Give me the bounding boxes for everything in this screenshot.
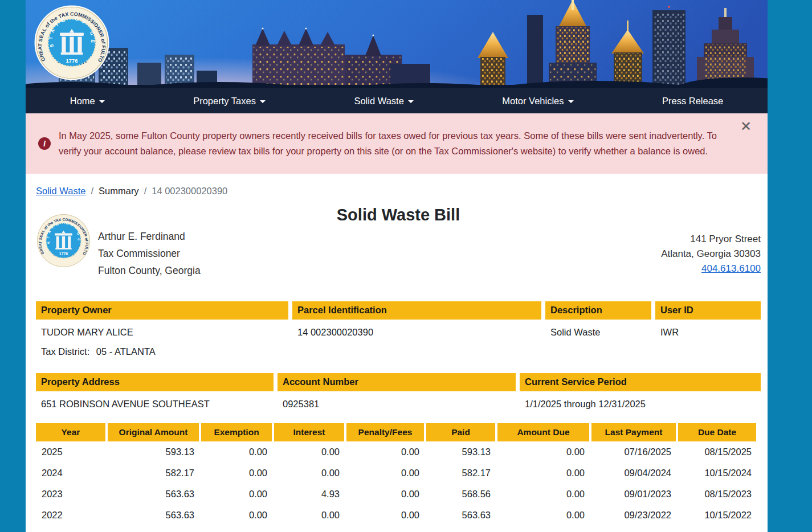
atlanta-skyline-banner (26, 0, 768, 88)
nav-item-home[interactable]: Home (64, 93, 111, 109)
cell-interest: 0.00 (274, 505, 344, 526)
column-header-penalty-fees: Penalty/Fees (346, 423, 424, 441)
cell-amount-due: 0.00 (497, 526, 589, 532)
dropdown-caret-icon (568, 100, 574, 103)
column-header-parcel-identification: Parcel Identification (292, 301, 541, 320)
cell-exemption: 0.00 (201, 441, 272, 463)
alert-message: In May 2025, some Fulton County property… (59, 128, 728, 159)
table-row: 2021 487.81 0.00 0.00 0.00 487.81 0.00 0… (36, 526, 756, 532)
billing-history-table: Year Original Amount Exemption Interest … (34, 423, 758, 532)
cell-year: 2024 (36, 463, 105, 484)
cell-interest: 4.93 (274, 484, 344, 505)
info-icon: i (38, 137, 51, 150)
cell-due-date: 08/15/2025 (678, 441, 756, 463)
cell-penalty-fees: 0.00 (346, 463, 424, 484)
fulton-county-seal-banner (34, 5, 109, 80)
column-header-original-amount: Original Amount (108, 423, 199, 441)
table-row: 2024 582.17 0.00 0.00 0.00 582.17 0.00 0… (36, 463, 756, 484)
cell-paid: 487.81 (426, 526, 495, 532)
account-number-value: 0925381 (278, 391, 516, 410)
column-header-property-address: Property Address (36, 373, 274, 391)
user-id-value: IWR (655, 320, 761, 338)
close-icon[interactable]: ✕ (737, 119, 755, 134)
cell-due-date: 10/15/2022 (678, 505, 756, 526)
office-address-block: 141 Pryor Street Atlanta, Georgia 30303 … (661, 232, 761, 276)
cell-last-payment: 09/23/2022 (591, 505, 676, 526)
cell-last-payment: 07/16/2025 (591, 441, 676, 463)
cell-exemption: 0.00 (201, 505, 272, 526)
nav-item-solid-waste[interactable]: Solid Waste (348, 93, 419, 109)
parcel-info-grid: Property Owner Parcel Identification Des… (36, 301, 761, 358)
nav-label: Property Taxes (193, 96, 256, 107)
cell-due-date: 10/15/2024 (678, 463, 756, 484)
parcel-id-value: 14 002300020390 (292, 320, 541, 338)
nav-label: Solid Waste (354, 96, 403, 107)
cell-amount-due: 0.00 (497, 441, 589, 463)
column-header-description: Description (545, 301, 651, 320)
tax-district-value: 05 - ATLANTA (96, 346, 156, 357)
main-navbar: Home Property Taxes Solid Waste Motor Ve… (26, 88, 768, 113)
breadcrumb: Solid Waste / Summary / 14 002300020390 (36, 186, 761, 197)
cell-original-amount: 582.17 (108, 463, 199, 484)
column-header-amount-due: Amount Due (497, 423, 589, 441)
cell-original-amount: 487.81 (108, 526, 199, 532)
nav-item-press-release[interactable]: Press Release (656, 93, 729, 109)
breadcrumb-summary: Summary (99, 186, 139, 197)
page-title: Solid Waste Bill (36, 206, 761, 224)
tax-bill-notice-alert: i In May 2025, some Fulton County proper… (26, 113, 768, 174)
cell-paid: 582.17 (426, 463, 495, 484)
column-header-current-service-period: Current Service Period (520, 373, 761, 391)
cell-paid: 563.63 (426, 505, 495, 526)
nav-item-motor-vehicles[interactable]: Motor Vehicles (496, 93, 579, 109)
cell-due-date: 08/15/2023 (678, 484, 756, 505)
page-card: Home Property Taxes Solid Waste Motor Ve… (26, 0, 768, 532)
column-header-interest: Interest (274, 423, 344, 441)
bill-header: Solid Waste Bill Arthur E. Ferdinand Tax… (36, 206, 761, 289)
cell-penalty-fees: 0.00 (346, 505, 424, 526)
cell-interest: 0.00 (274, 526, 344, 532)
commissioner-jurisdiction: Fulton County, Georgia (98, 262, 201, 279)
column-header-exemption: Exemption (201, 423, 272, 441)
service-period-value: 1/1/2025 through 12/31/2025 (520, 391, 761, 410)
cell-original-amount: 563.63 (108, 484, 199, 505)
nav-label: Press Release (662, 96, 723, 107)
breadcrumb-link-solid-waste[interactable]: Solid Waste (36, 186, 85, 197)
cell-due-date: 08/15/2021 (678, 526, 756, 532)
cell-year: 2022 (36, 505, 105, 526)
column-header-last-payment: Last Payment (591, 423, 676, 441)
cell-penalty-fees: 0.00 (346, 441, 424, 463)
cell-year: 2021 (36, 526, 105, 532)
nav-item-property-taxes[interactable]: Property Taxes (187, 93, 271, 109)
cell-original-amount: 593.13 (108, 441, 199, 463)
cell-penalty-fees: 0.00 (346, 526, 424, 532)
header-banner (26, 0, 768, 88)
cell-exemption: 0.00 (201, 463, 272, 484)
cell-last-payment: 09/01/2023 (591, 484, 676, 505)
cell-year: 2025 (36, 441, 105, 463)
cell-interest: 0.00 (274, 463, 344, 484)
cell-penalty-fees: 0.00 (346, 484, 424, 505)
column-header-property-owner: Property Owner (36, 301, 288, 320)
nav-label: Motor Vehicles (502, 96, 564, 107)
cell-year: 2023 (36, 484, 105, 505)
commissioner-name: Arthur E. Ferdinand (98, 228, 201, 245)
breadcrumb-parcel-id: 14 002300020390 (152, 186, 227, 197)
office-city: Atlanta, Georgia 30303 (661, 247, 761, 261)
property-owner-value: TUDOR MARY ALICE (36, 320, 288, 338)
breadcrumb-separator: / (91, 186, 93, 197)
description-value: Solid Waste (545, 320, 651, 338)
office-phone-link[interactable]: 404.613.6100 (701, 263, 761, 274)
cell-amount-due: 0.00 (497, 463, 589, 484)
office-street: 141 Pryor Street (661, 232, 761, 247)
nav-label: Home (70, 96, 95, 107)
dropdown-caret-icon (260, 100, 266, 103)
dropdown-caret-icon (99, 100, 105, 103)
cell-last-payment: 07/20/2021 (591, 526, 676, 532)
cell-exemption: 0.00 (201, 526, 272, 532)
column-header-year: Year (36, 423, 105, 441)
account-info-grid: Property Address Account Number Current … (36, 373, 761, 410)
cell-last-payment: 09/04/2024 (591, 463, 676, 484)
table-row: 2022 563.63 0.00 0.00 0.00 563.63 0.00 0… (36, 505, 756, 526)
cell-paid: 568.56 (426, 484, 495, 505)
column-header-user-id: User ID (655, 301, 761, 320)
